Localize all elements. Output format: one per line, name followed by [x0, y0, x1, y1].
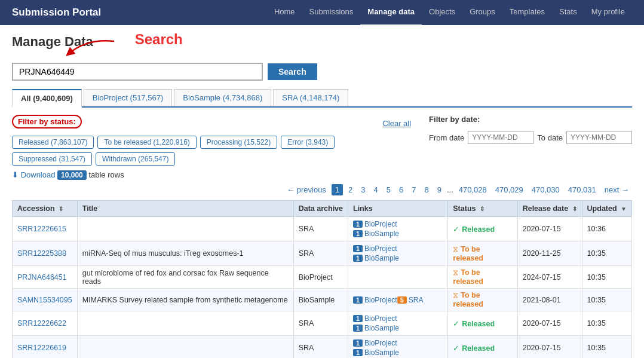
cell-status: ✓Released: [448, 311, 517, 336]
filter-status-label: Filter by status:: [12, 115, 82, 128]
table-row: SRR12226615SRA1BioProject1BioSample✓Rele…: [13, 217, 632, 241]
cell-archive: SRA: [293, 311, 348, 336]
accession-link[interactable]: SRR12225388: [17, 249, 66, 258]
cell-updated: 10:35: [582, 311, 631, 336]
page-470028[interactable]: 470,028: [456, 184, 490, 195]
tab-bioproject[interactable]: BioProject (517,567): [84, 89, 173, 106]
cell-accession: SRR12226615: [13, 217, 78, 241]
page-9[interactable]: 9: [434, 184, 444, 195]
page-3[interactable]: 3: [358, 184, 368, 195]
cell-accession: SAMN15534095: [13, 289, 78, 311]
page-7[interactable]: 7: [409, 184, 419, 195]
nav-objects[interactable]: Objects: [422, 0, 462, 26]
download-link[interactable]: Download: [21, 170, 56, 179]
link-count-badge: 1: [353, 349, 363, 356]
link-label[interactable]: BioProject: [364, 220, 397, 228]
filter-processing[interactable]: Processing (15,522): [200, 136, 277, 149]
page-6[interactable]: 6: [396, 184, 406, 195]
search-annotation-label: Search: [135, 31, 183, 47]
nav-home[interactable]: Home: [267, 0, 302, 26]
cell-updated: 10:35: [582, 289, 631, 311]
tab-biosample[interactable]: BioSample (4,734,868): [174, 89, 271, 106]
link-label[interactable]: BioProject: [364, 314, 397, 323]
page-470030[interactable]: 470,030: [529, 184, 563, 195]
cell-updated: 10:35: [582, 241, 631, 266]
nav-myprofile[interactable]: My profile: [584, 0, 632, 26]
download-icon: ⬇: [12, 170, 19, 179]
link-badge: 1BioSample: [353, 324, 399, 332]
cell-links: 1BioProject1BioSample: [348, 241, 448, 266]
table-row: SAMN15534095MIMARKS Survey related sampl…: [13, 289, 632, 311]
link-label[interactable]: SRA: [409, 296, 424, 304]
cell-updated: 10:35: [582, 336, 631, 359]
status-label: Released: [462, 225, 495, 234]
tab-all[interactable]: All (9,400,609): [12, 89, 82, 108]
link-label[interactable]: BioProject: [364, 339, 397, 347]
accession-link[interactable]: SRR12226615: [17, 225, 66, 233]
search-arrow-icon: [63, 35, 117, 59]
nav-manage-data[interactable]: Manage data: [360, 0, 422, 26]
accession-sort-icon[interactable]: ⇕: [59, 206, 63, 212]
accession-link[interactable]: PRJNA646451: [17, 273, 67, 281]
nav-templates[interactable]: Templates: [502, 0, 552, 26]
clear-all-button[interactable]: Clear all: [382, 119, 411, 128]
col-status: Status ⇕: [448, 201, 517, 217]
link-label[interactable]: BioProject: [364, 244, 397, 253]
next-page[interactable]: next →: [602, 184, 632, 195]
release-date-sort-icon[interactable]: ⇕: [572, 206, 577, 212]
accession-link[interactable]: SRR12226619: [17, 344, 66, 352]
cell-title: gut microbiome of red fox and corsac fox…: [77, 266, 293, 289]
status-sort-icon[interactable]: ⇕: [480, 206, 484, 212]
cell-title: MIMARKS Survey related sample from synth…: [77, 289, 293, 311]
accession-link[interactable]: SAMN15534095: [17, 296, 72, 304]
page-1[interactable]: 1: [332, 184, 343, 195]
check-icon: ✓: [453, 225, 459, 234]
status-label: Released: [462, 320, 495, 328]
updated-sort-icon[interactable]: ▼: [621, 206, 627, 212]
page-8[interactable]: 8: [422, 184, 432, 195]
page-ellipsis: ...: [447, 185, 453, 194]
cell-archive: BioSample: [293, 289, 348, 311]
link-badge: 1BioProject: [353, 296, 397, 304]
link-label[interactable]: BioSample: [364, 230, 399, 238]
cell-title: miRNA-Seq of mus musculus: iTreg exosome…: [77, 241, 293, 266]
page-2[interactable]: 2: [345, 184, 355, 195]
accession-link[interactable]: SRR12226622: [17, 319, 66, 328]
link-label[interactable]: BioSample: [364, 348, 399, 357]
filter-suppressed[interactable]: Suppressed (31,547): [12, 152, 92, 166]
link-badge: 1BioSample: [353, 254, 399, 262]
main-nav: Home Submissions Manage data Objects Gro…: [267, 0, 632, 26]
cell-release-date: 2020-07-15: [517, 311, 582, 336]
link-label[interactable]: BioSample: [364, 254, 399, 262]
nav-stats[interactable]: Stats: [552, 0, 584, 26]
page-470031[interactable]: 470,031: [565, 184, 599, 195]
cell-accession: PRJNA646451: [13, 266, 78, 289]
filter-error[interactable]: Error (3,943): [281, 136, 335, 149]
to-date-label: To date: [537, 133, 563, 142]
search-button[interactable]: Search: [268, 63, 317, 80]
nav-groups[interactable]: Groups: [462, 0, 502, 26]
search-input[interactable]: [12, 63, 263, 81]
link-label[interactable]: BioProject: [364, 296, 397, 304]
to-date-input[interactable]: [566, 131, 632, 144]
prev-page[interactable]: ← previous: [284, 184, 329, 195]
page-4[interactable]: 4: [371, 184, 381, 195]
from-date-input[interactable]: [468, 131, 533, 144]
page-5[interactable]: 5: [384, 184, 394, 195]
cell-title: [77, 336, 293, 359]
data-table: Accession ⇕ Title Data archive Links Sta…: [12, 200, 632, 358]
link-label[interactable]: BioSample: [364, 324, 399, 332]
cell-links: [348, 266, 448, 289]
filter-withdrawn[interactable]: Withdrawn (265,547): [96, 152, 175, 166]
nav-submissions[interactable]: Submissions: [302, 0, 361, 26]
tab-sra[interactable]: SRA (4,148,174): [273, 89, 348, 106]
filter-released[interactable]: Released (7,863,107): [12, 136, 94, 149]
page-470029[interactable]: 470,029: [492, 184, 526, 195]
filter-to-be-released[interactable]: To be released (1,220,916): [97, 136, 196, 149]
col-title: Title: [77, 201, 293, 217]
link-badge: 5SRA: [397, 296, 424, 304]
col-accession: Accession ⇕: [13, 201, 78, 217]
cell-updated: 10:35: [582, 266, 631, 289]
cell-accession: SRR12226619: [13, 336, 78, 359]
main-content: Manage Data Search Search All (9,400,609…: [0, 25, 644, 358]
